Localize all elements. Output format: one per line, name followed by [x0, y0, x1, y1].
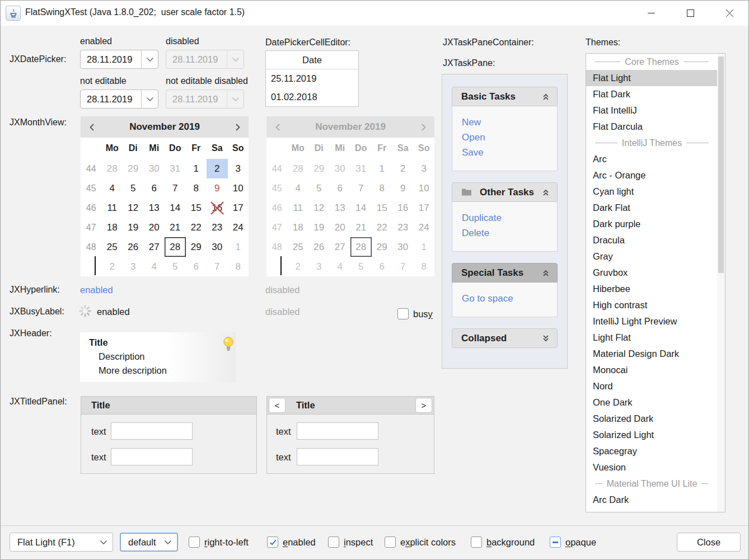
text-input[interactable]	[111, 448, 193, 465]
theme-list-item[interactable]: Spacegray	[586, 443, 718, 459]
font-size-combobox[interactable]: default	[120, 533, 178, 552]
theme-list-item[interactable]: Monocai	[586, 362, 718, 378]
checkbox-background[interactable]	[471, 537, 482, 548]
theme-list-item[interactable]: Gray	[586, 248, 718, 265]
theme-list-item[interactable]: Cyan light	[586, 183, 718, 200]
theme-list-item[interactable]: Vuesion	[586, 459, 718, 476]
calendar-day[interactable]: 21	[165, 218, 186, 237]
calendar-day[interactable]: 28	[102, 159, 123, 178]
theme-list-item[interactable]: Flat Light	[586, 70, 718, 86]
theme-list-item[interactable]: Flat IntelliJ	[586, 102, 718, 119]
calendar-day[interactable]: 25	[102, 237, 123, 257]
minimize-button[interactable]	[638, 1, 664, 25]
theme-list-item[interactable]: Arc Dark	[586, 492, 718, 508]
calendar-day[interactable]: 4	[102, 178, 123, 198]
calendar-day[interactable]: 3	[123, 257, 144, 276]
checkbox-group[interactable]: inspect	[328, 533, 373, 552]
calendar-day[interactable]: 12	[123, 198, 144, 218]
calendar-day[interactable]: 2	[207, 159, 228, 178]
theme-list-item[interactable]: Dark Flat	[586, 200, 718, 216]
datepicker-value[interactable]: 28.11.2019	[81, 54, 141, 65]
theme-list-item[interactable]: Flat Darcula	[586, 119, 718, 135]
calendar-day[interactable]: 30	[207, 237, 228, 257]
next-month-icon[interactable]	[226, 116, 249, 138]
checkbox-right-to-left[interactable]	[189, 537, 200, 548]
prev-month-icon[interactable]	[81, 116, 103, 138]
checkbox-opaque[interactable]	[550, 537, 561, 548]
calendar-day[interactable]: 2	[102, 257, 123, 276]
theme-combobox[interactable]: Flat Light (F1)	[10, 533, 113, 552]
theme-list-item[interactable]: Arc	[586, 151, 718, 167]
calendar-day[interactable]: 1	[186, 159, 207, 178]
calendar-day[interactable]: 23	[207, 218, 228, 237]
calendar-day[interactable]: 27	[144, 237, 165, 257]
task-link[interactable]: Delete	[462, 225, 557, 241]
theme-list-item[interactable]: Dracula	[586, 232, 718, 248]
task-link[interactable]: Save	[462, 145, 557, 160]
text-input[interactable]	[111, 422, 193, 440]
close-window-button[interactable]	[717, 1, 743, 25]
calendar-day[interactable]: 13	[144, 198, 165, 218]
collapse-icon[interactable]	[541, 92, 550, 101]
calendar-day[interactable]: 9	[207, 178, 228, 198]
calendar-day[interactable]: 26	[123, 237, 144, 257]
scrollbar[interactable]	[717, 54, 725, 512]
taskpane-header[interactable]: Special Tasks	[452, 263, 558, 283]
calendar-day[interactable]: 11	[102, 198, 123, 218]
calendar-day[interactable]: 7	[165, 178, 186, 198]
calendar-day[interactable]: 6	[144, 178, 165, 198]
calendar-day[interactable]: 5	[165, 257, 186, 276]
chevron-down-icon[interactable]	[141, 90, 158, 108]
text-input[interactable]	[297, 422, 378, 440]
checkbox-group[interactable]: enabled	[267, 533, 316, 552]
collapse-icon[interactable]	[541, 188, 550, 197]
calendar-day[interactable]: 31	[165, 159, 186, 178]
checkbox-enabled[interactable]	[267, 537, 278, 548]
calendar-day[interactable]: 14	[165, 198, 186, 218]
calendar-day[interactable]: 15	[186, 198, 207, 218]
monthview-enabled[interactable]: November 2019MoDiMiDoFrSaSo4428293031123…	[81, 116, 249, 276]
checkbox-busy[interactable]	[397, 308, 409, 319]
theme-list-item[interactable]: One Dark	[586, 394, 718, 411]
collapse-icon[interactable]	[541, 269, 550, 277]
calendar-day[interactable]: 3	[228, 159, 249, 178]
checkbox-group[interactable]: background	[471, 533, 535, 552]
datepicker-not-editable[interactable]: 28.11.2019	[80, 90, 158, 109]
calendar-day[interactable]: 6	[186, 257, 207, 276]
calendar-day[interactable]: 8	[228, 257, 249, 276]
calendar-day[interactable]: 17	[228, 198, 249, 218]
taskpane-header[interactable]: Basic Tasks	[452, 87, 558, 106]
next-button[interactable]: >	[415, 398, 432, 413]
checkbox-group[interactable]: right-to-left	[189, 533, 249, 552]
theme-list-item[interactable]: Solarized Dark	[586, 411, 718, 427]
calendar-day[interactable]: 4	[144, 257, 165, 276]
table-row[interactable]: 25.11.2019	[266, 69, 358, 88]
task-link[interactable]: New	[462, 115, 557, 130]
calendar-day[interactable]: 18	[102, 218, 123, 237]
checkbox-explicit-colors[interactable]	[385, 537, 396, 548]
checkbox-group[interactable]: opaque	[550, 533, 596, 552]
calendar-day[interactable]: 19	[123, 218, 144, 237]
theme-list-item[interactable]: High contrast	[586, 297, 718, 313]
calendar-day[interactable]: 29	[123, 159, 144, 178]
busy-checkbox[interactable]: busy	[397, 304, 433, 323]
task-link[interactable]: Duplicate	[462, 210, 557, 225]
taskpane-header[interactable]: Other Tasks	[452, 182, 558, 202]
taskpane-header[interactable]: Collapsed	[452, 328, 558, 348]
calendar-day[interactable]: 29	[186, 237, 207, 257]
calendar-day[interactable]: 30	[144, 159, 165, 178]
theme-list-item[interactable]: Solarized Light	[586, 427, 718, 443]
datepicker-enabled[interactable]: 28.11.2019	[80, 50, 158, 69]
checkbox-inspect[interactable]	[328, 537, 339, 548]
close-button[interactable]: Close	[677, 533, 741, 552]
theme-list-item[interactable]: Flat Dark	[586, 86, 718, 102]
scrollbar-thumb[interactable]	[718, 57, 724, 273]
theme-list-item[interactable]: Arc Dark Contrast	[586, 508, 718, 512]
text-input[interactable]	[297, 448, 378, 465]
calendar-day[interactable]: 8	[186, 178, 207, 198]
calendar-day[interactable]: 5	[123, 178, 144, 198]
theme-list-item[interactable]: Hiberbee	[586, 281, 718, 297]
theme-list-item[interactable]: Dark purple	[586, 216, 718, 232]
theme-list-item[interactable]: Nord	[586, 378, 718, 394]
calendar-day[interactable]: 22	[186, 218, 207, 237]
